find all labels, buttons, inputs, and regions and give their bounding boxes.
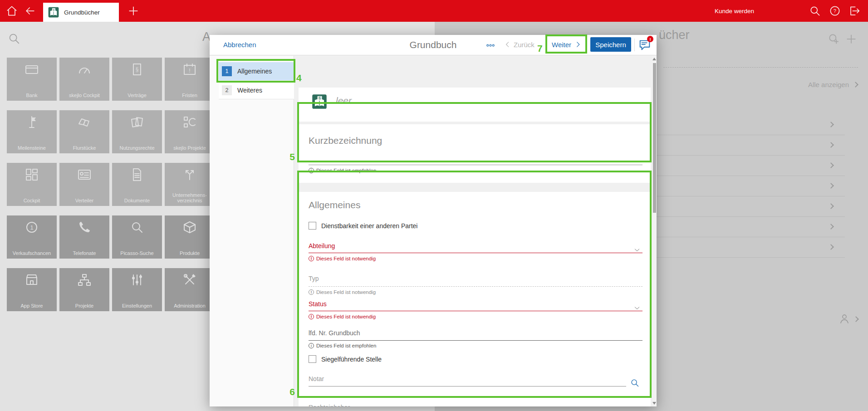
app-tile[interactable]: Flurstücke bbox=[59, 110, 109, 153]
app-tile-label: Nutzungsrechte bbox=[112, 145, 162, 151]
app-tile[interactable]: Projekte bbox=[59, 268, 109, 311]
app-tile[interactable]: Telefonate bbox=[59, 215, 109, 259]
parcel-icon bbox=[77, 115, 92, 129]
app-tile-label: Projekte bbox=[59, 303, 109, 309]
next-step-label: Weiter bbox=[552, 41, 571, 49]
app-tile-grid: Bankskejlo Cockpit§Verträge!FristenMeile… bbox=[7, 58, 215, 311]
chevron-right-icon bbox=[828, 203, 834, 209]
app-tile[interactable]: !Fristen bbox=[165, 58, 215, 101]
step-label: Allgemeines bbox=[237, 68, 272, 75]
back-step-label: Zurück bbox=[514, 41, 535, 49]
app-tile[interactable]: 1Verkaufschancen bbox=[7, 215, 57, 259]
company-directory-icon bbox=[182, 167, 197, 182]
app-tile-label: Cockpit bbox=[7, 198, 57, 204]
lfd-nr-underline bbox=[309, 340, 642, 341]
back-step-button[interactable]: Zurück bbox=[504, 40, 535, 49]
search-icon bbox=[130, 220, 144, 235]
app-tile[interactable]: Unternehmens-verzeichnis bbox=[165, 163, 215, 206]
abteilung-field[interactable]: Abteilung bbox=[309, 242, 335, 250]
app-tile[interactable]: Verteiler bbox=[59, 163, 109, 206]
rechteinhaber-field[interactable]: Rechteinhaber bbox=[309, 404, 350, 406]
phone-icon bbox=[77, 220, 92, 235]
app-tile[interactable]: App Store bbox=[7, 268, 57, 311]
notar-lookup-icon[interactable] bbox=[630, 378, 640, 388]
back-icon[interactable] bbox=[24, 5, 36, 17]
nav-step-allgemeines[interactable]: 1 Allgemeines bbox=[219, 62, 294, 80]
cancel-button[interactable]: Abbrechen bbox=[223, 41, 256, 49]
chevron-right-icon bbox=[828, 122, 834, 127]
app-tile[interactable]: Produkte bbox=[165, 215, 215, 259]
list-footer-actions[interactable] bbox=[839, 313, 858, 325]
app-tile[interactable]: skejlo Cockpit bbox=[59, 58, 109, 101]
required-hint: Dieses Feld ist notwendig bbox=[309, 289, 376, 295]
bank-card-icon bbox=[25, 62, 39, 77]
app-tile[interactable]: Cockpit bbox=[7, 163, 57, 206]
add-relation-icon[interactable] bbox=[828, 33, 840, 45]
add-record-plus-icon[interactable] bbox=[845, 33, 858, 45]
logout-icon[interactable] bbox=[848, 5, 860, 17]
app-tile[interactable]: §Verträge bbox=[112, 58, 162, 101]
app-tile[interactable]: Bank bbox=[7, 58, 57, 101]
scroll-down-icon[interactable] bbox=[652, 402, 656, 405]
home-icon[interactable] bbox=[5, 5, 18, 17]
app-tile-label: Verkaufschancen bbox=[7, 250, 57, 256]
step-number-badge: 1 bbox=[222, 66, 232, 76]
save-button[interactable]: Speichern bbox=[590, 37, 631, 52]
help-icon[interactable]: ? bbox=[829, 5, 841, 17]
tab-grundbuecher[interactable]: § Grundbücher bbox=[43, 3, 119, 22]
record-placeholder: leer bbox=[336, 95, 352, 106]
notar-field[interactable]: Notar bbox=[309, 375, 324, 382]
next-step-button[interactable]: Weiter bbox=[552, 40, 582, 49]
info-icon bbox=[309, 343, 314, 348]
contract-icon: § bbox=[130, 62, 144, 77]
kurzbezeichnung-underline[interactable] bbox=[309, 165, 642, 165]
header-divider bbox=[634, 39, 635, 51]
scroll-up-icon[interactable] bbox=[652, 58, 656, 60]
app-tile[interactable]: Meilensteine bbox=[7, 110, 57, 153]
chevron-right-icon bbox=[828, 162, 834, 168]
app-tile[interactable]: skejlo Projekte bbox=[165, 110, 215, 153]
new-tab-plus-icon[interactable] bbox=[127, 5, 140, 17]
app-tile[interactable]: Administration bbox=[165, 268, 215, 311]
dialog-header: Abbrechen Grundbuch Zurück Weiter Speich… bbox=[210, 35, 657, 55]
search-icon[interactable] bbox=[809, 5, 821, 17]
list-panel-heading: ücher bbox=[659, 28, 690, 42]
typ-field[interactable]: Typ bbox=[309, 275, 319, 282]
dienstbarkeit-checkbox[interactable] bbox=[309, 222, 316, 230]
app-tile[interactable]: Dokumente bbox=[112, 163, 162, 206]
status-underline bbox=[309, 311, 642, 311]
app-tile-label: Verträge bbox=[112, 93, 162, 98]
status-field[interactable]: Status bbox=[309, 300, 327, 308]
app-tile-label: Produkte bbox=[165, 250, 215, 256]
typ-underline bbox=[309, 286, 642, 287]
scrollbar[interactable] bbox=[652, 56, 657, 406]
nav-step-weiteres[interactable]: 2 Weiteres bbox=[219, 81, 294, 99]
app-tile-label: Unternehmens-verzeichnis bbox=[165, 192, 215, 204]
kurzbezeichnung-card: Kurzbezeichnung Dieses Feld ist empfohle… bbox=[299, 124, 651, 183]
recommended-hint: Dieses Feld ist empfohlen bbox=[309, 343, 376, 348]
app-tile-label: Administration bbox=[165, 303, 215, 309]
lfd-nr-field[interactable]: lfd. Nr. Grundbuch bbox=[309, 329, 360, 337]
app-tile[interactable]: Picasso-Suche bbox=[112, 215, 162, 259]
alle-anzeigen-link[interactable]: Alle anzeigen bbox=[808, 81, 858, 88]
kurzbezeichnung-field[interactable]: Kurzbezeichnung bbox=[309, 135, 382, 146]
more-options-icon[interactable] bbox=[484, 41, 497, 50]
dialog-title: Grundbuch bbox=[210, 39, 657, 50]
kunde-werden-link[interactable]: Kunde werden bbox=[715, 0, 754, 22]
step-number-badge: 2 bbox=[222, 85, 232, 95]
section-title: Allgemeines bbox=[309, 200, 360, 210]
app-tile[interactable]: Nutzungsrechte bbox=[112, 110, 162, 153]
app-tile-label: skejlo Projekte bbox=[165, 145, 215, 151]
notification-badge: ! bbox=[647, 36, 653, 42]
scrollbar-thumb[interactable] bbox=[653, 63, 656, 213]
list-dashed-separator bbox=[663, 67, 858, 68]
app-tile-label: Verteiler bbox=[59, 198, 109, 204]
app-tile-label: Dokumente bbox=[112, 198, 162, 204]
alle-anzeigen-label: Alle anzeigen bbox=[808, 81, 849, 88]
app-tile[interactable]: Einstellungen bbox=[112, 268, 162, 311]
app-tile-label: Einstellungen bbox=[112, 303, 162, 309]
siegel-checkbox[interactable] bbox=[309, 355, 316, 363]
required-icon bbox=[309, 256, 314, 261]
apps-search-icon[interactable] bbox=[7, 32, 21, 45]
dialog-step-nav: 1 Allgemeines 2 Weiteres bbox=[210, 56, 294, 406]
